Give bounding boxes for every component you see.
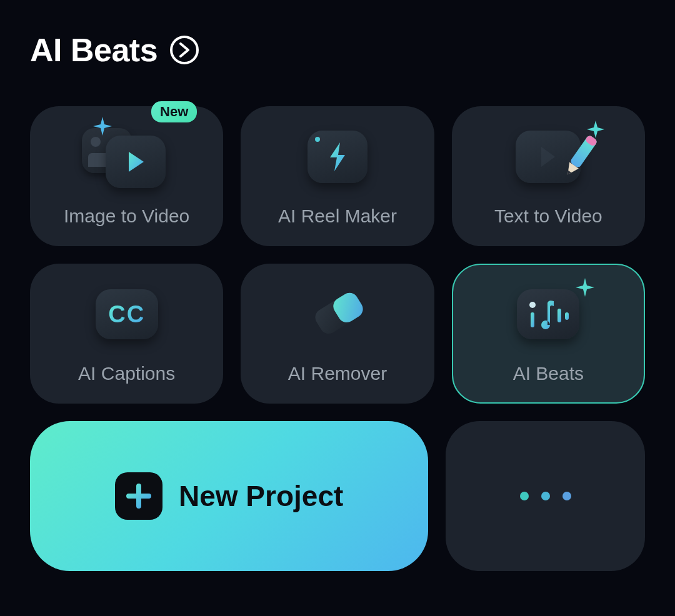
- cc-icon: CC: [96, 283, 158, 345]
- new-project-label: New Project: [179, 479, 343, 513]
- page-title: AI Beats: [30, 31, 158, 69]
- eraser-icon: [303, 283, 372, 345]
- svg-rect-7: [565, 312, 569, 320]
- plus-icon: [115, 472, 162, 520]
- svg-rect-6: [558, 309, 561, 322]
- card-label: AI Captions: [78, 363, 175, 384]
- more-dots-icon: [562, 492, 571, 500]
- card-label: AI Remover: [288, 363, 387, 384]
- card-label: AI Beats: [513, 363, 584, 384]
- card-ai-beats[interactable]: AI Beats: [452, 264, 645, 404]
- card-text-to-video[interactable]: Text to Video: [452, 106, 645, 246]
- section-header[interactable]: AI Beats: [30, 31, 645, 69]
- svg-point-4: [529, 302, 536, 308]
- more-dots-icon: [541, 492, 550, 500]
- more-button[interactable]: [446, 421, 645, 571]
- new-project-button[interactable]: New Project: [30, 421, 428, 571]
- image-to-video-icon: [97, 126, 157, 188]
- lightning-icon: [308, 126, 368, 188]
- svg-rect-5: [531, 312, 534, 327]
- more-dots-icon: [520, 492, 529, 500]
- new-badge: New: [151, 101, 197, 122]
- music-beats-icon: [517, 283, 579, 345]
- card-image-to-video[interactable]: New: [30, 106, 223, 246]
- card-ai-remover[interactable]: AI Remover: [241, 264, 434, 404]
- card-label: Image to Video: [64, 206, 189, 227]
- card-label: Text to Video: [494, 206, 602, 227]
- pencil-icon: [516, 126, 581, 188]
- chevron-right-icon: [170, 36, 199, 64]
- card-ai-captions[interactable]: CC AI Captions: [30, 264, 223, 404]
- card-label: AI Reel Maker: [278, 206, 397, 227]
- card-ai-reel-maker[interactable]: AI Reel Maker: [241, 106, 434, 246]
